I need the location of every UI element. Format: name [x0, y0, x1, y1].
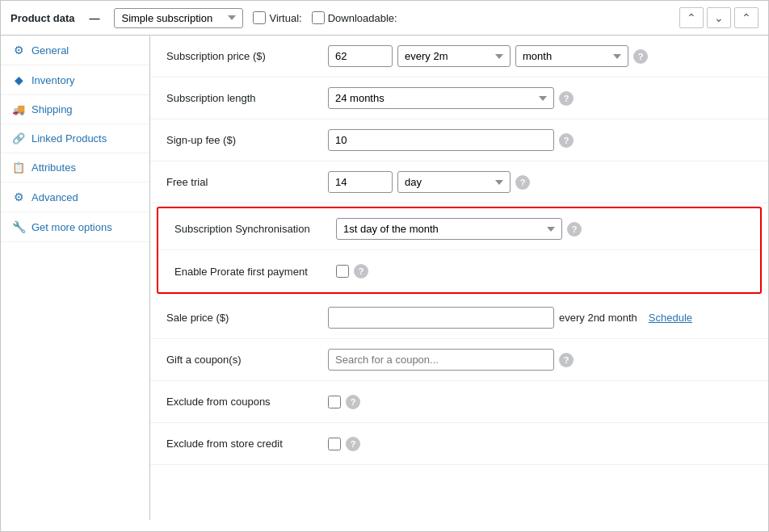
signup-fee-input[interactable]: [328, 129, 554, 151]
sidebar-label-shipping: Shipping: [32, 103, 73, 115]
virtual-label: Virtual:: [253, 11, 301, 24]
arrow-up-btn[interactable]: ⌃: [679, 7, 704, 28]
sidebar-item-shipping[interactable]: 🚚 Shipping: [1, 95, 149, 124]
free-trial-label: Free trial: [166, 176, 328, 188]
sidebar-item-advanced[interactable]: ⚙ Advanced: [1, 182, 149, 212]
get-more-options-icon: 🔧: [12, 220, 25, 233]
exclude-coupons-checkbox[interactable]: [328, 396, 341, 408]
sidebar-item-linked-products[interactable]: 🔗 Linked Products: [1, 124, 149, 153]
signup-fee-help-icon: ?: [559, 133, 574, 148]
exclude-store-credit-row: Exclude from store credit ?: [150, 423, 768, 465]
subscription-length-label: Subscription length: [166, 92, 328, 104]
virtual-checkbox[interactable]: [253, 11, 266, 24]
highlighted-section: Subscription Synchronisation 1st day of …: [157, 207, 762, 294]
sidebar-item-general[interactable]: ⚙ General: [1, 36, 149, 65]
general-icon: ⚙: [12, 44, 25, 57]
linked-products-icon: 🔗: [12, 132, 25, 145]
free-trial-input[interactable]: [328, 171, 393, 193]
subscription-price-label: Subscription price ($): [166, 50, 328, 62]
sidebar: ⚙ General ◆ Inventory 🚚 Shipping 🔗 Linke…: [1, 36, 150, 520]
subscription-price-row: Subscription price ($) every 2m every 1m…: [150, 36, 768, 77]
free-trial-period-select[interactable]: day week month year: [397, 171, 511, 193]
exclude-store-credit-label: Exclude from store credit: [166, 438, 328, 450]
exclude-store-credit-help-icon: ?: [346, 437, 360, 451]
sale-price-label: Sale price ($): [166, 312, 328, 324]
gift-coupon-input[interactable]: [328, 349, 554, 371]
enable-prorate-row: Enable Prorate first payment ?: [158, 250, 760, 292]
enable-prorate-checkbox[interactable]: [336, 265, 349, 278]
sidebar-label-inventory: Inventory: [32, 74, 74, 86]
subscription-sync-help-icon: ?: [567, 222, 582, 237]
downloadable-checkbox[interactable]: [312, 11, 325, 24]
sidebar-label-get-more-options: Get more options: [32, 221, 112, 233]
subscription-price-input[interactable]: [328, 45, 393, 67]
attributes-icon: 📋: [12, 161, 25, 174]
sidebar-label-advanced: Advanced: [32, 191, 78, 203]
sale-price-input[interactable]: [328, 307, 554, 329]
exclude-coupons-help-icon: ?: [346, 395, 360, 409]
period-select[interactable]: month day week year: [515, 45, 628, 67]
sidebar-label-general: General: [32, 44, 69, 57]
exclude-coupons-row: Exclude from coupons ?: [150, 381, 768, 423]
exclude-store-credit-checkbox[interactable]: [328, 438, 341, 450]
sale-price-row: Sale price ($) every 2nd month Schedule: [150, 297, 768, 339]
dash: —: [89, 12, 99, 24]
enable-prorate-help-icon: ?: [354, 264, 368, 279]
schedule-link[interactable]: Schedule: [649, 312, 692, 324]
signup-fee-row: Sign-up fee ($) ?: [150, 119, 768, 161]
subscription-sync-label: Subscription Synchronisation: [174, 223, 336, 235]
sidebar-item-attributes[interactable]: 📋 Attributes: [1, 153, 149, 182]
exclude-coupons-label: Exclude from coupons: [166, 396, 328, 408]
advanced-icon: ⚙: [12, 191, 25, 203]
sale-price-every-label: every 2nd month: [559, 312, 637, 324]
gift-coupon-row: Gift a coupon(s) ?: [150, 339, 768, 381]
arrow-collapse-btn[interactable]: ⌃: [734, 7, 758, 28]
subscription-length-row: Subscription length 24 months 1 month 3 …: [150, 77, 768, 119]
enable-prorate-label: Enable Prorate first payment: [174, 266, 336, 278]
gift-coupon-label: Gift a coupon(s): [166, 354, 328, 366]
subscription-length-help-icon: ?: [559, 91, 574, 106]
downloadable-label: Downloadable:: [312, 11, 397, 24]
sidebar-label-attributes: Attributes: [32, 161, 76, 174]
subscription-sync-select[interactable]: 1st day of the month 2nd day of the mont…: [336, 218, 562, 240]
subscription-price-help-icon: ?: [633, 49, 648, 64]
shipping-icon: 🚚: [12, 103, 25, 115]
subscription-sync-row: Subscription Synchronisation 1st day of …: [158, 208, 760, 250]
gift-coupon-help-icon: ?: [559, 353, 574, 367]
content-area: Subscription price ($) every 2m every 1m…: [150, 36, 768, 520]
subscription-length-select[interactable]: 24 months 1 month 3 months 6 months 12 m…: [328, 87, 554, 109]
inventory-icon: ◆: [12, 73, 25, 86]
sidebar-label-linked-products: Linked Products: [32, 132, 107, 145]
free-trial-help-icon: ?: [515, 175, 530, 190]
free-trial-row: Free trial day week month year ?: [150, 161, 768, 203]
product-data-label: Product data: [11, 12, 74, 24]
every-select[interactable]: every 2m every 1m every 3m: [397, 45, 511, 67]
product-type-select[interactable]: Simple subscription Simple product Varia…: [114, 8, 243, 28]
sidebar-item-inventory[interactable]: ◆ Inventory: [1, 65, 149, 95]
signup-fee-label: Sign-up fee ($): [166, 134, 328, 146]
sidebar-item-get-more-options[interactable]: 🔧 Get more options: [1, 212, 149, 242]
arrow-down-btn[interactable]: ⌄: [707, 7, 731, 28]
